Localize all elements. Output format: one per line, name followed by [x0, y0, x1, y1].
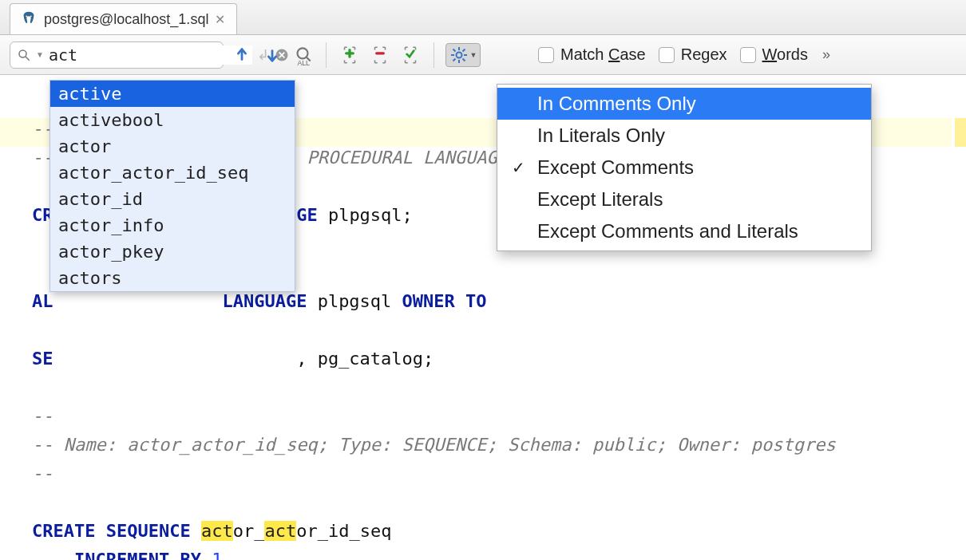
autocomplete-popup: activeactiveboolactoractor_actor_id_seqa… [49, 80, 295, 292]
search-input[interactable] [49, 45, 252, 65]
add-selection-button[interactable] [338, 43, 362, 67]
search-settings-button[interactable]: ▼ [445, 43, 481, 67]
svg-line-15 [453, 58, 455, 61]
settings-menu-item[interactable]: Except Comments and Literals [497, 215, 871, 247]
svg-point-8 [456, 52, 461, 57]
find-toolbar: ▼ ↲ ALL ▼ Match Case Regex Words [0, 35, 966, 75]
autocomplete-item[interactable]: activebool [50, 107, 295, 133]
search-settings-menu: In Comments OnlyIn Literals Only✓Except … [497, 84, 872, 251]
code-number: 1 [212, 550, 222, 560]
svg-text:ALL: ALL [298, 59, 311, 65]
autocomplete-item[interactable]: active [50, 81, 295, 107]
checkbox[interactable] [659, 47, 675, 63]
line-marker [955, 118, 966, 147]
match-case-option[interactable]: Match Case [538, 45, 646, 64]
checkbox[interactable] [538, 47, 554, 63]
autocomplete-item[interactable]: actor_pkey [50, 239, 295, 265]
settings-menu-label: In Literals Only [537, 124, 665, 147]
code-keyword: SEQUENCE [106, 521, 191, 541]
svg-line-16 [462, 49, 465, 51]
autocomplete-item[interactable]: actor_info [50, 212, 295, 239]
tab-title: postgres@localhost_1.sql [44, 11, 208, 28]
code-keyword: OWNER TO [402, 291, 487, 311]
postgres-icon [20, 10, 38, 28]
settings-menu-item[interactable]: In Comments Only [497, 88, 871, 120]
close-icon[interactable]: ✕ [215, 12, 225, 27]
regex-label: Regex [681, 45, 727, 64]
code-keyword: GE [296, 205, 318, 225]
select-all-button[interactable]: ALL [291, 43, 315, 67]
checkbox[interactable] [740, 47, 756, 63]
settings-menu-item[interactable]: Except Literals [497, 183, 871, 215]
more-options-icon[interactable]: » [822, 46, 830, 63]
search-icon [17, 48, 31, 62]
match-highlight: act [201, 521, 233, 541]
regex-option[interactable]: Regex [659, 45, 727, 64]
tab-bar: postgres@localhost_1.sql ✕ [0, 0, 966, 35]
settings-menu-item[interactable]: In Literals Only [497, 120, 871, 152]
code-text: or_id_seq [296, 521, 391, 541]
code-comment: -- [32, 463, 53, 483]
svg-point-2 [19, 50, 26, 57]
autocomplete-item[interactable]: actors [50, 265, 295, 291]
settings-menu-label: Except Comments and Literals [537, 220, 798, 243]
autocomplete-item[interactable]: actor_id [50, 186, 295, 212]
settings-menu-item[interactable]: ✓Except Comments [497, 152, 871, 183]
svg-line-13 [453, 49, 455, 51]
editor-tab[interactable]: postgres@localhost_1.sql ✕ [10, 3, 237, 34]
svg-point-1 [30, 15, 32, 17]
match-highlight: act [264, 521, 296, 541]
code-comment: -- [32, 406, 53, 426]
code-text: plpgsql; [318, 205, 413, 225]
remove-selection-button[interactable] [368, 43, 392, 67]
settings-menu-label: In Comments Only [537, 93, 696, 115]
words-option[interactable]: Words [740, 45, 808, 64]
autocomplete-item[interactable]: actor_actor_id_seq [50, 160, 295, 186]
settings-menu-label: Except Literals [537, 188, 663, 211]
code-text: , pg_catalog; [296, 349, 434, 369]
prev-match-button[interactable] [230, 43, 254, 67]
code-keyword: CREATE [32, 521, 95, 541]
code-keyword: SE [32, 349, 53, 369]
toolbar-divider [326, 42, 327, 68]
svg-point-0 [26, 15, 27, 17]
check-icon: ✓ [509, 158, 528, 177]
next-match-button[interactable] [260, 43, 284, 67]
toolbar-divider [434, 42, 434, 68]
code-text: or_ [233, 521, 265, 541]
code-keyword: INCREMENT BY [74, 550, 201, 560]
settings-menu-label: Except Comments [537, 156, 694, 179]
dropdown-caret-icon[interactable]: ▼ [36, 50, 44, 59]
autocomplete-item[interactable]: actor [50, 133, 295, 160]
svg-line-14 [462, 58, 465, 61]
code-keyword: LANGUAGE [222, 291, 307, 311]
svg-line-3 [26, 57, 30, 61]
code-keyword: AL [32, 291, 53, 311]
select-all-occurrences-button[interactable] [398, 43, 422, 67]
match-case-label: Match Case [560, 45, 646, 64]
code-comment: -- Name: actor_actor_id_seq; Type: SEQUE… [32, 435, 836, 455]
code-text: plpgsql [307, 291, 402, 311]
search-box[interactable]: ▼ ↲ [10, 41, 224, 69]
words-label: Words [762, 45, 808, 64]
